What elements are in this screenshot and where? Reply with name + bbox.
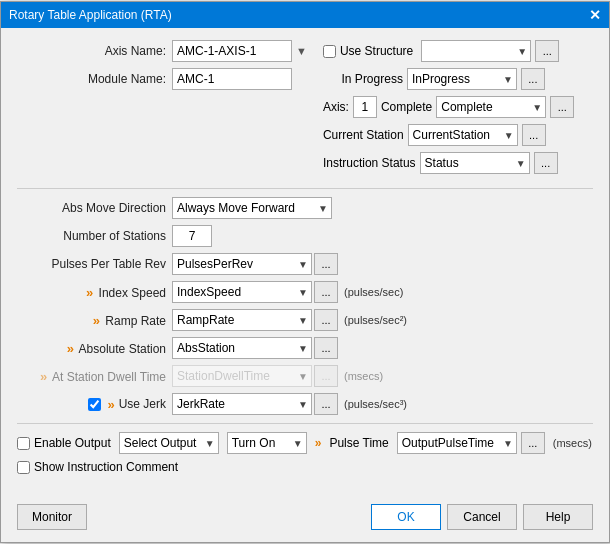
ramp-rate-dropdown[interactable]: RampRate: [172, 309, 312, 331]
index-speed-ellipsis[interactable]: ...: [314, 281, 338, 303]
abs-move-direction-label: Abs Move Direction: [17, 201, 172, 215]
number-of-stations-label: Number of Stations: [17, 229, 172, 243]
show-instruction-comment-label: Show Instruction Comment: [34, 460, 178, 474]
at-station-dwell-time-dropdown[interactable]: StationDwellTime: [172, 365, 312, 387]
monitor-button[interactable]: Monitor: [17, 504, 87, 530]
instruction-status-ellipsis[interactable]: ...: [534, 152, 558, 174]
window-title: Rotary Table Application (RTA): [9, 8, 172, 22]
absolute-station-label: Absolute Station: [79, 342, 166, 356]
pulses-per-table-rev-ellipsis[interactable]: ...: [314, 253, 338, 275]
complete-dropdown[interactable]: Complete: [436, 96, 546, 118]
pulse-time-ellipsis[interactable]: ...: [521, 432, 545, 454]
title-bar: Rotary Table Application (RTA) ✕: [1, 2, 609, 28]
use-jerk-checkbox[interactable]: [88, 398, 101, 411]
instruction-status-label: Instruction Status: [323, 156, 416, 170]
in-progress-ellipsis[interactable]: ...: [521, 68, 545, 90]
ramp-rate-label: Ramp Rate: [105, 314, 166, 328]
absolute-station-ellipsis[interactable]: ...: [314, 337, 338, 359]
complete-ellipsis[interactable]: ...: [550, 96, 574, 118]
ramp-rate-arrows-icon: »: [93, 313, 100, 328]
main-window: Rotary Table Application (RTA) ✕ Axis Na…: [0, 1, 610, 543]
use-structure-ellipsis[interactable]: ...: [535, 40, 559, 62]
index-speed-label: Index Speed: [99, 286, 166, 300]
ramp-rate-ellipsis[interactable]: ...: [314, 309, 338, 331]
pulses-per-table-rev-label: Pulses Per Table Rev: [17, 257, 172, 271]
axis-name-input[interactable]: [172, 40, 292, 62]
current-station-dropdown[interactable]: CurrentStation: [408, 124, 518, 146]
ok-button[interactable]: OK: [371, 504, 441, 530]
index-speed-arrows-icon: »: [86, 285, 93, 300]
pulse-time-unit: (msecs): [553, 437, 592, 449]
at-station-dwell-time-label: At Station Dwell Time: [52, 370, 166, 384]
select-output-dropdown[interactable]: Select Output: [119, 432, 219, 454]
module-name-input[interactable]: [172, 68, 292, 90]
complete-label: Complete: [381, 100, 432, 114]
use-jerk-unit: (pulses/sec³): [344, 398, 407, 410]
module-name-label: Module Name:: [17, 72, 172, 86]
axis-label: Axis:: [323, 100, 349, 114]
cancel-button[interactable]: Cancel: [447, 504, 517, 530]
pulses-per-table-rev-dropdown[interactable]: PulsesPerRev: [172, 253, 312, 275]
current-station-ellipsis[interactable]: ...: [522, 124, 546, 146]
enable-output-label: Enable Output: [34, 436, 111, 450]
at-station-dwell-arrows-icon: »: [40, 369, 47, 384]
use-jerk-label: Use Jerk: [119, 397, 166, 411]
use-jerk-arrows-icon: »: [107, 397, 114, 412]
index-speed-unit: (pulses/sec): [344, 286, 403, 298]
close-button[interactable]: ✕: [589, 8, 601, 22]
pulse-time-label: Pulse Time: [329, 436, 388, 450]
in-progress-label: In Progress: [323, 72, 403, 86]
help-button[interactable]: Help: [523, 504, 593, 530]
abs-move-direction-dropdown[interactable]: Always Move Forward: [172, 197, 332, 219]
axis-number-input[interactable]: [353, 96, 377, 118]
axis-name-label: Axis Name:: [17, 44, 172, 58]
at-station-dwell-time-ellipsis[interactable]: ...: [314, 365, 338, 387]
number-of-stations-input[interactable]: [172, 225, 212, 247]
show-instruction-comment-checkbox[interactable]: [17, 461, 30, 474]
ramp-rate-unit: (pulses/sec²): [344, 314, 407, 326]
use-structure-checkbox[interactable]: [323, 45, 336, 58]
instruction-status-dropdown[interactable]: Status: [420, 152, 530, 174]
current-station-label: Current Station: [323, 128, 404, 142]
use-jerk-dropdown[interactable]: JerkRate: [172, 393, 312, 415]
in-progress-dropdown[interactable]: InProgress: [407, 68, 517, 90]
absolute-station-dropdown[interactable]: AbsStation: [172, 337, 312, 359]
use-jerk-ellipsis[interactable]: ...: [314, 393, 338, 415]
use-structure-label: Use Structure: [340, 44, 413, 58]
pulse-time-arrows-icon: »: [315, 436, 322, 450]
index-speed-dropdown[interactable]: IndexSpeed: [172, 281, 312, 303]
use-structure-dropdown[interactable]: [421, 40, 531, 62]
enable-output-checkbox[interactable]: [17, 437, 30, 450]
turn-on-dropdown[interactable]: Turn On: [227, 432, 307, 454]
at-station-dwell-time-unit: (msecs): [344, 370, 383, 382]
pulse-time-dropdown[interactable]: OutputPulseTime: [397, 432, 517, 454]
absolute-station-arrows-icon: »: [67, 341, 74, 356]
